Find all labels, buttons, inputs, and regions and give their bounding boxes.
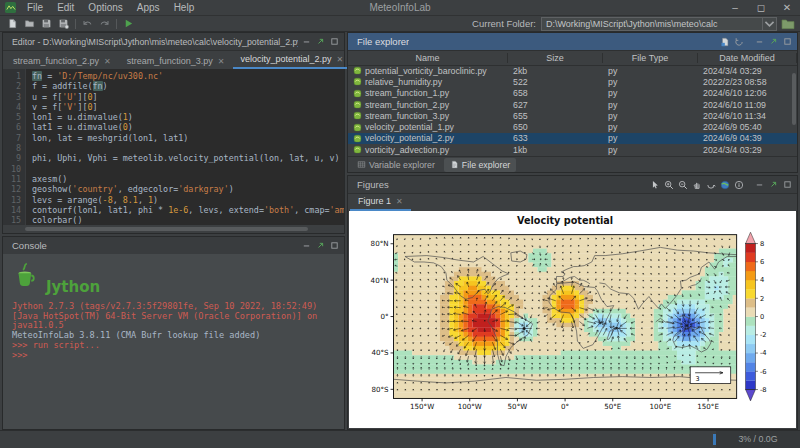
- panel-minimize-icon[interactable]: [302, 241, 311, 250]
- file-row[interactable]: stream_function_3.py655py2024/6/10 11:34: [348, 110, 797, 121]
- y-tick-label: 40°S: [371, 348, 389, 357]
- code-line: geoshow('country', edgecolor='darkgray'): [32, 184, 344, 194]
- line-number-gutter: 123456789101112131415: [3, 69, 26, 225]
- redo-button[interactable]: [96, 17, 113, 30]
- menu-options[interactable]: Options: [81, 2, 129, 13]
- file-row[interactable]: relative_humidity.py522py2022/2/23 08:58: [348, 76, 797, 87]
- current-folder-value: D:\Working\MIScript\Jython\mis\meteo\cal…: [546, 19, 762, 29]
- file-list-scrollbar[interactable]: [792, 73, 796, 125]
- file-page-icon: [450, 160, 459, 169]
- zoom-in-icon[interactable]: [664, 180, 674, 190]
- panel-float-icon[interactable]: [769, 37, 778, 46]
- menu-file[interactable]: File: [20, 2, 50, 13]
- line-number: 5: [3, 112, 21, 122]
- file-row[interactable]: stream_function_1.py658py2024/6/10 12:06: [348, 88, 797, 99]
- panel-minimize-icon[interactable]: [755, 37, 764, 46]
- file-size: 658: [513, 88, 528, 98]
- panel-maximize-icon[interactable]: [330, 241, 339, 250]
- zoom-out-icon[interactable]: [678, 180, 688, 190]
- panel-minimize-icon[interactable]: [302, 37, 311, 46]
- window-maximize-button[interactable]: ◻: [748, 0, 774, 15]
- code-line: lon, lat = meshgrid(lon1, lat1): [32, 133, 344, 143]
- panel-maximize-icon[interactable]: [783, 180, 792, 189]
- tab-close-icon[interactable]: ✕: [218, 57, 225, 66]
- open-folder-button[interactable]: [21, 17, 38, 30]
- file-modified: 2024/6/10 12:06: [703, 88, 767, 98]
- figure-canvas[interactable]: 3150°W100°W50°W0°50°E100°E150°E80°N40°N0…: [349, 211, 796, 428]
- editor-horizontal-scrollbar[interactable]: [25, 227, 308, 231]
- file-row[interactable]: potential_vorticity_baroclinic.py2kbpy20…: [348, 65, 797, 76]
- code-editor[interactable]: 123456789101112131415 fn = 'D:/Temp/nc/u…: [3, 69, 344, 225]
- refresh-icon[interactable]: [734, 37, 744, 47]
- toolbar-separator: [75, 19, 76, 29]
- code-line: phi, Uphi, Vphi = meteolib.velocity_pote…: [32, 153, 344, 163]
- globe-icon[interactable]: [720, 180, 730, 190]
- code-line: lat1 = u.dimvalue(0): [32, 122, 344, 132]
- info-icon[interactable]: [734, 180, 744, 190]
- save-as-button[interactable]: [55, 17, 72, 30]
- colorbar-tick-label: -2: [760, 331, 767, 339]
- console-output[interactable]: Jython Jython 2.7.3 (tags/v2.7.3:5f29801…: [3, 254, 344, 429]
- editor-tab-stream_function_2[interactable]: stream_function_2.py✕: [5, 53, 119, 69]
- column-header-date-modified[interactable]: Date Modified: [698, 53, 797, 63]
- column-header-size[interactable]: Size: [508, 53, 603, 63]
- file-size: 633: [513, 133, 528, 143]
- file-name: stream_function_2.py: [365, 100, 449, 110]
- panel-float-icon[interactable]: [316, 37, 325, 46]
- undo-button[interactable]: [79, 17, 96, 30]
- panel-float-icon[interactable]: [316, 241, 325, 250]
- file-explorer-panel-header: File explorer: [348, 33, 797, 51]
- new-file-button[interactable]: [4, 17, 21, 30]
- code-line: [32, 164, 344, 174]
- file-name: potential_vorticity_baroclinic.py: [365, 66, 487, 76]
- panel-maximize-icon[interactable]: [330, 37, 339, 46]
- run-button[interactable]: [120, 17, 137, 30]
- new-folder-icon[interactable]: [720, 37, 730, 47]
- pan-hand-icon[interactable]: [692, 180, 702, 190]
- code-line: fn = 'D:/Temp/nc/uv300.nc': [32, 71, 344, 81]
- tab-close-icon[interactable]: ✕: [104, 57, 111, 66]
- code-text[interactable]: fn = 'D:/Temp/nc/uv300.nc'f = addfile(fn…: [26, 69, 344, 225]
- column-header-file-type[interactable]: File Type: [603, 53, 698, 63]
- chevron-down-icon[interactable]: [762, 18, 776, 30]
- line-number: 13: [3, 195, 21, 205]
- bottom-tab-variable-explorer[interactable]: Variable explorer: [351, 158, 441, 172]
- figure-tab-label: Figure 1: [358, 196, 391, 206]
- panel-minimize-icon[interactable]: [755, 180, 764, 189]
- line-number: 10: [3, 164, 21, 174]
- panel-maximize-icon[interactable]: [783, 37, 792, 46]
- tab-close-icon[interactable]: ✕: [396, 197, 403, 206]
- file-row[interactable]: vorticity_advection.py1kbpy2024/3/4 03:2…: [348, 144, 797, 155]
- select-arrow-icon[interactable]: [650, 180, 660, 190]
- file-row[interactable]: stream_function_2.py627py2024/6/10 11:09: [348, 99, 797, 110]
- colorbar-tick-label: -8: [760, 386, 767, 394]
- tab-close-icon[interactable]: ✕: [337, 55, 344, 64]
- save-button[interactable]: [38, 17, 55, 30]
- menu-apps[interactable]: Apps: [130, 2, 167, 13]
- column-header-name[interactable]: Name: [348, 53, 508, 63]
- bottom-tab-file-explorer[interactable]: File explorer: [444, 158, 516, 172]
- editor-tab-stream_function_3[interactable]: stream_function_3.py✕: [119, 53, 233, 69]
- window-minimize-button[interactable]: –: [722, 0, 748, 15]
- file-row[interactable]: velocity_potential_1.py650py2024/6/9 05:…: [348, 121, 797, 132]
- tab-label: stream_function_3.py: [127, 56, 213, 66]
- code-line: lon1 = u.dimvalue(1): [32, 112, 344, 122]
- line-number: 11: [3, 174, 21, 184]
- code-line: v = f['V'][0]: [32, 102, 344, 112]
- colorbar-tick-label: -6: [760, 368, 767, 376]
- memory-indicator: 3% / 0.0G: [713, 431, 800, 448]
- file-type: py: [608, 133, 617, 143]
- rotate-icon[interactable]: [706, 180, 716, 190]
- file-row[interactable]: velocity_potential_2.py633py2024/6/9 04:…: [348, 133, 797, 144]
- y-tick-label: 80°N: [371, 239, 389, 248]
- tab-figure-1[interactable]: Figure 1 ✕: [350, 193, 411, 211]
- editor-panel-header: Editor - D:\Working\MIScript\Jython\mis\…: [3, 33, 344, 51]
- menu-help[interactable]: Help: [167, 2, 202, 13]
- current-folder-combobox[interactable]: D:\Working\MIScript\Jython\mis\meteo\cal…: [541, 17, 777, 31]
- editor-tab-velocity_potential_2[interactable]: velocity_potential_2.py✕: [233, 51, 352, 69]
- line-number: 2: [3, 81, 21, 91]
- menu-edit[interactable]: Edit: [50, 2, 81, 13]
- browse-folder-button[interactable]: [780, 17, 796, 30]
- window-close-button[interactable]: ✕: [774, 0, 800, 15]
- panel-float-icon[interactable]: [769, 180, 778, 189]
